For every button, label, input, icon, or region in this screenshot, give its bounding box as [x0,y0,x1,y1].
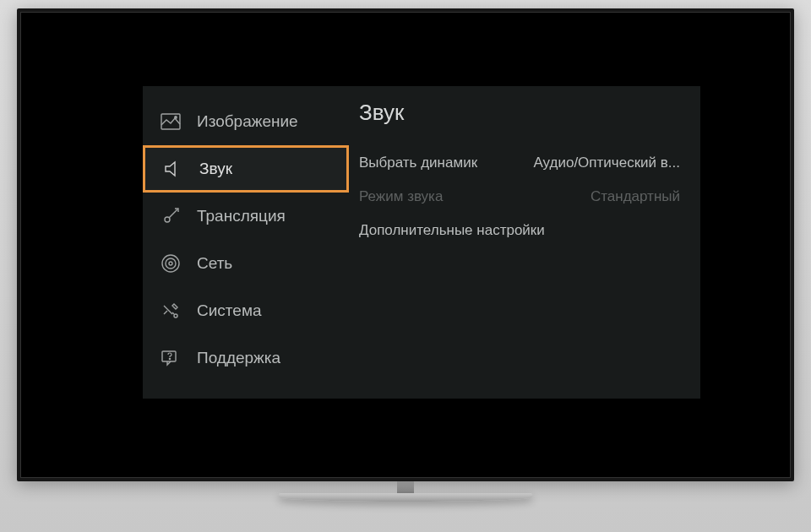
settings-sidebar: Изображение Звук [143,86,349,399]
sidebar-item-label: Сеть [197,254,232,273]
sidebar-item-support[interactable]: Поддержка [143,334,349,382]
content-title: Звук [359,100,680,126]
option-speaker-select[interactable]: Выбрать динамик Аудио/Оптический в... [359,146,680,180]
tv-frame: Изображение Звук [17,8,794,481]
svg-point-8 [169,358,170,359]
option-label: Дополнительные настройки [359,222,680,239]
tv-stand-neck [397,481,414,493]
sound-icon [162,158,184,180]
option-expert-settings[interactable]: Дополнительные настройки [359,214,680,247]
svg-point-5 [162,255,179,272]
sidebar-item-network[interactable]: Сеть [143,240,349,287]
svg-point-3 [169,262,172,265]
svg-point-6 [174,314,177,318]
support-icon [160,347,182,369]
settings-content: Звук Выбрать динамик Аудио/Оптический в.… [349,86,700,399]
sidebar-item-picture[interactable]: Изображение [143,98,349,145]
picture-icon [160,111,182,133]
option-value: Аудио/Оптический в... [533,155,680,171]
broadcast-icon [160,205,182,227]
system-icon [160,300,182,322]
svg-point-4 [166,258,176,269]
sidebar-item-sound[interactable]: Звук [143,145,349,193]
network-icon [160,252,182,274]
option-value: Стандартный [591,188,680,205]
sidebar-item-label: Поддержка [197,349,280,367]
sidebar-item-system[interactable]: Система [143,287,349,334]
option-sound-mode: Режим звука Стандартный [359,180,680,214]
settings-menu-panel: Изображение Звук [143,86,700,399]
tv-screen: Изображение Звук [29,20,782,470]
sidebar-item-broadcast[interactable]: Трансляция [143,193,349,240]
sidebar-item-label: Изображение [197,112,298,131]
tv-stand [279,481,532,513]
tv-stand-base [279,493,532,502]
sidebar-item-label: Система [197,301,262,320]
option-label: Выбрать динамик [359,155,533,171]
sidebar-item-label: Трансляция [197,207,286,225]
svg-point-1 [175,117,177,118]
option-label: Режим звука [359,188,591,205]
sidebar-item-label: Звук [199,160,232,178]
